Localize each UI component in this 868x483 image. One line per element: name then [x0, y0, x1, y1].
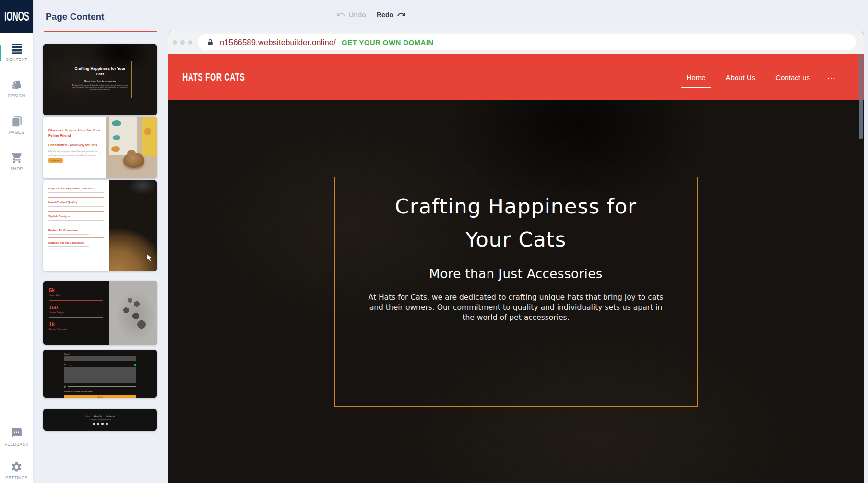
settings-gear-icon [11, 461, 23, 473]
ionos-logo-text: IONOS [4, 9, 29, 24]
form-consent-text [68, 386, 136, 389]
hero-paragraph[interactable]: At Hats for Cats, we are dedicated to cr… [366, 293, 666, 322]
sidebar-item-content[interactable]: CONTENT [0, 42, 33, 62]
thumbnail-hero-body: At Hats for Cats, we are dedicated to cr… [72, 84, 129, 90]
undo-label: Undo [349, 11, 366, 19]
sidebar-item-pages[interactable]: PAGES [0, 115, 33, 135]
hero-subtitle[interactable]: More than Just Accessories [335, 267, 697, 281]
thumbnail-fur-photo [109, 180, 157, 271]
thumbnail-collection-heading: Hand-Crafted Quality [48, 201, 104, 204]
thumbnail-collection-heading: Stylish Designs [48, 215, 104, 218]
nav-item-home[interactable]: Home [687, 73, 706, 82]
feedback-icon [11, 427, 23, 439]
footer-social-icons [93, 423, 108, 425]
thumbnail-contact-form-section[interactable]: Name* Message Please fill in all the req… [43, 350, 157, 398]
editor-toolbar: Undo Redo Preview Re-Publish [157, 0, 868, 31]
section-thumbnail-list: Crafting Happiness for Your Cats More th… [43, 44, 157, 431]
thumbnail-hero-title: Crafting Happiness for Your Cats [72, 66, 129, 77]
sidebar-item-label: CONTENT [6, 57, 27, 62]
thumbnail-hero-subtitle: More than Just Accessories [72, 80, 129, 82]
stat-value: 5k [49, 287, 103, 293]
thumbnail-discover-heading: Discover Unique Hats for Your Feline Fri… [48, 128, 101, 139]
stat-value: 1k [49, 321, 103, 327]
sidebar-item-label: SETTINGS [5, 475, 28, 480]
redo-label: Redo [377, 11, 393, 19]
lock-icon [206, 38, 214, 47]
browser-window-dots [173, 40, 192, 45]
nav-item-about[interactable]: About Us [726, 73, 756, 82]
thumbnail-discover-section[interactable]: Discover Unique Hats for Your Feline Fri… [43, 117, 157, 178]
thumbnail-footer-section[interactable]: Home About Us Contact us Copyright, all … [43, 409, 157, 431]
stat-label: Unique Designs [49, 311, 103, 314]
form-name-field [64, 356, 136, 361]
thumbnail-discover-text: Discover Unique Hats for Your Feline Fri… [43, 117, 106, 178]
get-domain-link[interactable]: GET YOUR OWN DOMAIN [342, 38, 434, 47]
site-header: HATS FOR CATS Home About Us Contact us ·… [168, 54, 864, 100]
thumbnail-discover-subheading: Handcrafted Exclusively for Cats [48, 143, 101, 147]
redo-icon [397, 10, 406, 19]
site-brand-logo[interactable]: HATS FOR CATS [182, 71, 245, 83]
thumbnail-hero-box: Crafting Happiness for Your Cats More th… [69, 61, 132, 98]
nav-item-contact[interactable]: Contact us [775, 73, 810, 82]
thumbnail-discover-body: At Hats for Cats, we specialize in beaut… [48, 150, 101, 157]
browser-chrome-bar: n1566589.websitebuilder.online/ GET YOUR… [168, 31, 864, 54]
thumbnail-collection-heading: Suitable for All Occasions [48, 241, 104, 244]
redo-button[interactable]: Redo [377, 10, 406, 19]
thumbnail-stats-text: 5k Happy Cats 150 Unique Designs 1k Repe… [43, 281, 109, 345]
page-content-panel: Page Content Crafting Happiness for Your… [33, 0, 157, 483]
form-message-field [64, 367, 136, 383]
form-consent-checkbox [64, 386, 66, 388]
form-status-icon [134, 364, 136, 366]
form-send-button: Send [64, 395, 136, 398]
thumbnail-stats-section[interactable]: 5k Happy Cats 150 Unique Designs 1k Repe… [43, 281, 157, 345]
thumbnail-hero-section[interactable]: Crafting Happiness for Your Cats More th… [43, 44, 157, 115]
site-url: n1566589.websitebuilder.online/ [220, 38, 336, 47]
form-message-label: Message [64, 364, 72, 366]
footer-links: Home About Us Contact us [85, 415, 115, 417]
undo-icon [336, 10, 345, 19]
stat-value: 150 [49, 305, 103, 310]
stat-label: Repeat Customers [49, 328, 103, 330]
hero-content-box[interactable]: Crafting Happiness for Your Cats More th… [334, 177, 698, 407]
canvas-scrollbar-thumb[interactable] [859, 55, 863, 139]
thumbnail-form: Name* Message Please fill in all the req… [64, 350, 136, 398]
sidebar-item-label: DESIGN [8, 94, 25, 98]
address-bar: n1566589.websitebuilder.online/ GET YOUR… [198, 34, 856, 50]
app-sidebar: IONOS CONTENT DESIGN PAGES SHOP [0, 0, 33, 483]
content-icon [11, 42, 23, 55]
thumbnail-shop-now-button: Shop Now [48, 158, 63, 163]
form-name-label: Name* [64, 353, 136, 355]
sidebar-item-label: SHOP [10, 166, 23, 171]
thumbnail-cat-photo [106, 117, 157, 178]
thumbnail-collection-heading: Explore Our Exquisite Collection [48, 187, 104, 190]
sidebar-item-design[interactable]: DESIGN [0, 79, 33, 98]
sidebar-item-feedback[interactable]: FEEDBACK [0, 427, 33, 447]
shop-cart-icon [11, 152, 23, 164]
pages-icon [11, 115, 23, 128]
stat-label: Happy Cats [49, 294, 103, 296]
hero-section: Crafting Happiness for Your Cats More th… [168, 100, 864, 483]
panel-divider [44, 31, 157, 32]
panel-title: Page Content [33, 0, 157, 22]
hero-title[interactable]: Crafting Happiness for Your Cats [335, 190, 697, 256]
footer-copyright: Copyright, all rights reserved [89, 419, 111, 421]
site-nav: Home About Us Contact us ··· [687, 73, 836, 82]
undo-button[interactable]: Undo [336, 10, 366, 19]
nav-more-button[interactable]: ··· [827, 73, 836, 82]
sidebar-item-shop[interactable]: SHOP [0, 152, 33, 171]
sidebar-item-settings[interactable]: SETTINGS [0, 461, 33, 480]
design-icon [11, 79, 23, 91]
sidebar-item-label: PAGES [9, 130, 24, 135]
thumbnail-pawprint-photo [109, 281, 157, 345]
thumbnail-collection-section[interactable]: Explore Our Exquisite Collection Hand-Cr… [43, 180, 157, 271]
thumbnail-collection-heading: Perfect Fit Guarantee [48, 229, 104, 232]
form-required-note: Please fill in all the required fields [64, 390, 136, 393]
thumbnail-collection-text: Explore Our Exquisite Collection Hand-Cr… [43, 180, 109, 271]
sidebar-item-label: FEEDBACK [4, 442, 28, 447]
site-preview-canvas: n1566589.websitebuilder.online/ GET YOUR… [168, 31, 864, 483]
ionos-logo[interactable]: IONOS [0, 0, 33, 33]
